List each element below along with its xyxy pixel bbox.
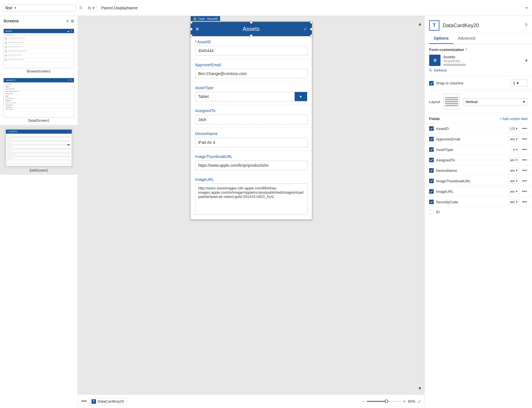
layout-select[interactable]: Vertical ▾ — [463, 98, 527, 105]
field-input-device-name[interactable] — [195, 138, 307, 147]
field-more-assetid[interactable]: ••• — [522, 126, 527, 131]
snap-to-columns-row: Snap to columns 1 ▾ — [425, 76, 532, 90]
sidebar-item-browsescreen1[interactable]: Assets ☁✎ Search items › › › › › › Brows… — [0, 26, 78, 76]
checkmark-icon[interactable]: ✓ — [303, 26, 307, 32]
field-more-assignedto[interactable]: ••• — [522, 157, 527, 163]
field-row-assetid: AssetID 123 ▾ ••• — [425, 123, 532, 134]
detail-thumb: ‹ ASSETS 1✎ AssetType Tablet ApproverEma… — [3, 78, 74, 118]
data-source-name: Assets — [443, 55, 522, 59]
check-icon — [430, 127, 433, 130]
snap-label: Snap to columns — [436, 81, 508, 85]
screens-panel: Screens ≡ ⊞ Assets ☁✎ Search items › › ›… — [0, 16, 78, 408]
field-type-assettype[interactable]: ⊞ ▾ — [511, 147, 519, 152]
field-check-id[interactable] — [429, 210, 434, 214]
layout-row: Layout Vertical ▾ — [425, 90, 532, 113]
property-selector[interactable]: Text ▾ — [2, 4, 76, 12]
formula-input[interactable] — [99, 5, 524, 11]
field-input-assetid[interactable] — [195, 46, 307, 55]
fx-label: fx — [88, 6, 91, 10]
component-type-icon: T — [91, 399, 96, 404]
field-type-chevron-imageurl: ▾ — [516, 189, 518, 193]
field-row-assettype: AssetType ⊞ ▾ ••• — [425, 144, 532, 155]
fields-title: Fields — [429, 117, 500, 121]
field-check-approveremail[interactable] — [429, 137, 434, 141]
field-select-value-asset-type: Tablet — [195, 92, 295, 101]
field-type-chevron-devicename: ▾ — [516, 168, 518, 172]
tab-options[interactable]: Options — [429, 33, 453, 44]
formula-bar: Text ▾ = fx ▾ ▾ — [0, 0, 532, 16]
snap-checkbox[interactable] — [429, 81, 434, 86]
field-name-securitycode: SecurityCode — [436, 200, 506, 204]
fx-button[interactable]: fx ▾ — [86, 5, 97, 11]
field-input-image-thumbnail-url[interactable] — [195, 161, 307, 170]
equals-sign: = — [78, 5, 84, 11]
field-image-url: ImageURL http://store.storeimages.cdn-ap… — [191, 174, 312, 219]
zoom-slider-thumb[interactable] — [385, 400, 388, 403]
field-check-assetid[interactable] — [429, 126, 434, 131]
screens-title: Screens — [3, 19, 19, 23]
field-check-securitycode[interactable] — [429, 200, 434, 204]
field-input-approver-email[interactable] — [195, 69, 307, 78]
scroll-up-icon[interactable]: ▲ — [418, 22, 422, 27]
tab-advanced[interactable]: Advanced — [453, 33, 480, 44]
scroll-down-icon[interactable]: ▼ — [418, 386, 422, 391]
zoom-controls: − + 60% ⤢ — [362, 399, 421, 404]
field-more-imageurl[interactable]: ••• — [522, 189, 527, 194]
dropdown-button-asset-type[interactable]: ▾ — [295, 92, 307, 101]
field-input-assigned-to[interactable] — [195, 115, 307, 124]
zoom-minus-button[interactable]: − — [362, 399, 364, 404]
field-type-assetid[interactable]: 123 ▾ — [508, 126, 519, 131]
layout-row-2 — [445, 99, 458, 100]
canvas-area: ▲ ✕ Assets ✓ 🔒 Card : AssetID — [78, 16, 424, 408]
field-more-approveremail[interactable]: ••• — [522, 136, 527, 142]
field-more-imagethumbnailurl[interactable]: ••• — [522, 178, 527, 183]
add-custom-field-button[interactable]: + Add custom field — [500, 117, 527, 121]
field-check-assettype[interactable] — [429, 147, 434, 152]
field-textarea-image-url[interactable]: http://store.storeimages.cdn-apple.com/8… — [195, 183, 307, 215]
app-title: Assets — [199, 26, 303, 32]
field-type-chevron-approveremail: ▾ — [516, 137, 518, 141]
field-type-assignedto[interactable]: abc ▾ — [508, 157, 519, 163]
field-type-imagethumbnailurl[interactable]: abc ▾ — [508, 178, 519, 184]
field-check-imagethumbnailurl[interactable] — [429, 179, 434, 183]
field-more-securitycode[interactable]: ••• — [522, 199, 527, 204]
field-check-devicename[interactable] — [429, 168, 434, 173]
type-icon-assetid: 123 — [510, 127, 515, 130]
zoom-plus-button[interactable]: + — [403, 399, 406, 404]
refresh-button[interactable]: ↻ Refresh — [429, 66, 527, 72]
layout-chevron-icon: ▾ — [523, 100, 525, 104]
app-header-container: ✕ Assets ✓ 🔒 Card : AssetID — [191, 22, 312, 36]
sidebar-item-detailscreen1[interactable]: ‹ ASSETS 1✎ AssetType Tablet ApproverEma… — [0, 76, 78, 125]
field-asset-type: AssetType Tablet ▾ — [191, 82, 312, 105]
fields-header: Fields + Add custom field — [425, 113, 532, 123]
field-type-chevron-securitycode: ▾ — [516, 200, 518, 204]
field-more-devicename[interactable]: ••• — [522, 168, 527, 173]
data-source-chevron-icon[interactable]: ▾ — [525, 58, 527, 63]
zoom-fit-button[interactable]: ⤢ — [418, 399, 421, 404]
form-customization-help-icon[interactable]: ? — [465, 48, 467, 52]
panel-help-icon[interactable]: ? — [525, 23, 527, 28]
field-approver-email: ApproverEmail — [191, 59, 312, 82]
type-icon-assettype: ⊞ — [513, 148, 515, 151]
screens-header: Screens ≡ ⊞ — [0, 16, 78, 26]
sidebar-item-editscreen1[interactable]: ✕ ASSETS ✓ AssetID ApproverEmail AssetTy… — [0, 125, 78, 175]
more-options-icon[interactable]: ••• — [81, 398, 87, 404]
list-view-icon[interactable]: ≡ — [66, 19, 69, 23]
field-type-imageurl[interactable]: abc ▾ — [508, 189, 519, 194]
close-icon[interactable]: ✕ — [195, 26, 199, 32]
field-type-devicename[interactable]: abc ▾ — [508, 168, 519, 173]
field-check-assignedto[interactable] — [429, 158, 434, 162]
field-more-assettype[interactable]: ••• — [522, 147, 527, 152]
zoom-slider[interactable] — [367, 401, 401, 402]
grid-view-icon[interactable]: ⊞ — [71, 19, 74, 23]
snap-select-chevron-icon: ▾ — [517, 81, 519, 85]
data-source-subtype: SharePoint — [443, 59, 522, 63]
field-type-chevron-assettype: ▾ — [516, 148, 518, 151]
field-type-approveremail[interactable]: abc ▾ — [508, 136, 519, 142]
field-name-imagethumbnailurl: ImageThumbnailURL — [436, 179, 506, 183]
snap-columns-select[interactable]: 1 ▾ — [510, 80, 527, 87]
field-type-securitycode[interactable]: abc ▾ — [508, 199, 519, 205]
field-check-imageurl[interactable] — [429, 189, 434, 194]
field-label-approver-email: ApproverEmail — [195, 63, 307, 67]
formula-chevron-icon[interactable]: ▾ — [524, 6, 530, 10]
